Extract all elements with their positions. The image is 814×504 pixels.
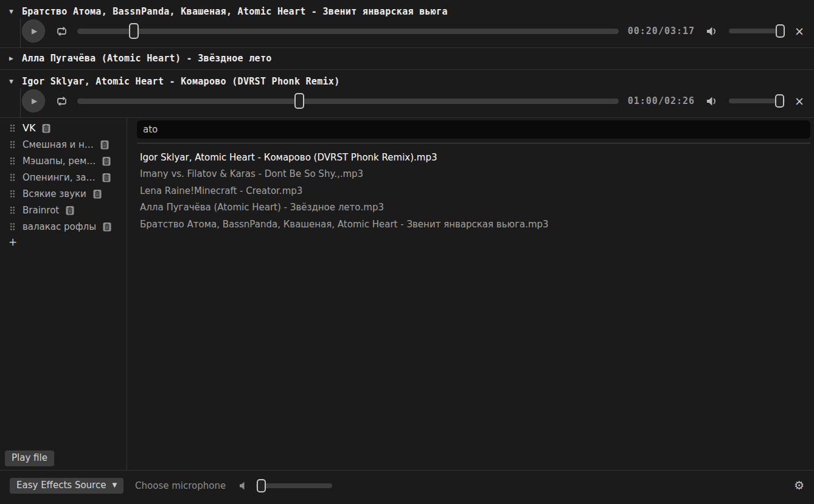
volume-slider-handle[interactable] [775, 94, 784, 108]
drag-handle-icon[interactable] [10, 124, 15, 132]
expander-open-icon[interactable]: ▼ [9, 9, 16, 15]
choose-microphone-label: Choose microphone [135, 480, 226, 491]
player-row: ▶ Алла Пугачёва (Atomic Heart) - Звёздно… [0, 48, 814, 70]
repeat-icon[interactable] [55, 95, 68, 108]
play-icon: ▶ [32, 27, 37, 35]
muted-speaker-icon[interactable] [238, 481, 248, 491]
sidebar-item-label: Brainrot [23, 205, 59, 216]
volume-slider-handle[interactable] [776, 24, 785, 38]
volume-slider[interactable] [729, 29, 785, 33]
main-region: VK Смешная и н… Мэшапы, рем… Опенинги, з… [0, 118, 814, 470]
player-row: ▼ Igor Sklyar, Atomic Heart - Комарово (… [0, 70, 814, 118]
track-title: Алла Пугачёва (Atomic Heart) - Звёздное … [22, 53, 272, 64]
player-header[interactable]: ▶ Алла Пугачёва (Atomic Heart) - Звёздно… [0, 48, 814, 69]
volume-icon[interactable] [705, 26, 718, 37]
file-item[interactable]: Lena Raine!Minecraft - Creator.mp3 [137, 182, 810, 199]
source-selector-label: Easy Effects Source [16, 480, 106, 491]
microphone-volume-handle[interactable] [257, 479, 266, 492]
play-button[interactable]: ▶ [22, 89, 45, 112]
search-bar [137, 120, 810, 143]
repeat-icon[interactable] [55, 25, 68, 38]
settings-gear-icon[interactable]: ⚙ [794, 480, 804, 491]
expander-open-icon[interactable]: ▼ [9, 78, 16, 85]
sidebar-item-label: Опенинги, за… [23, 172, 96, 183]
source-selector-dropdown[interactable]: Easy Effects Source ▼ [10, 478, 123, 494]
bottom-bar: Easy Effects Source ▼ Choose microphone … [0, 470, 814, 504]
add-playlist-button[interactable]: + [9, 237, 19, 247]
delete-playlist-icon[interactable] [100, 140, 109, 150]
player-header[interactable]: ▼ Igor Sklyar, Atomic Heart - Комарово (… [0, 70, 814, 88]
delete-playlist-icon[interactable] [102, 156, 111, 166]
drag-handle-icon[interactable] [10, 190, 15, 198]
file-item[interactable]: Братство Атома, BassnPanda, Квашеная, At… [137, 216, 810, 233]
drag-handle-icon[interactable] [10, 206, 15, 214]
play-file-button[interactable]: Play file [5, 450, 54, 466]
sidebar-item-vk[interactable]: VK [0, 120, 127, 136]
chevron-down-icon: ▼ [112, 482, 117, 488]
volume-slider[interactable] [729, 98, 785, 103]
player-controls: ▶ 00:20/03:17 × [20, 18, 814, 47]
seek-slider-handle[interactable] [294, 93, 304, 109]
delete-playlist-icon[interactable] [42, 123, 50, 133]
player-controls: ▶ 01:00/02:26 × [20, 88, 814, 117]
close-icon[interactable]: × [795, 26, 804, 37]
time-display: 00:20/03:17 [628, 26, 695, 36]
delete-playlist-icon[interactable] [66, 205, 74, 215]
volume-icon[interactable] [705, 95, 718, 107]
sidebar-item-label: VK [23, 122, 35, 134]
expander-closed-icon[interactable]: ▶ [9, 55, 16, 61]
sidebar-item-valakas[interactable]: валакас рофлы [0, 218, 127, 235]
drag-handle-icon[interactable] [10, 140, 15, 148]
player-row: ▼ Братство Атома, BassnPanda, Квашеная, … [0, 0, 814, 48]
play-button[interactable]: ▶ [22, 19, 45, 43]
drag-handle-icon[interactable] [10, 173, 15, 181]
drag-handle-icon[interactable] [10, 223, 15, 230]
sidebar-item-label: Всякие звуки [23, 188, 86, 199]
delete-playlist-icon[interactable] [103, 222, 111, 232]
file-list: Igor Sklyar, Atomic Heart - Комарово (DV… [137, 143, 810, 233]
sidebar-item-label: Смешная и н… [23, 139, 94, 150]
drag-handle-icon[interactable] [10, 157, 15, 165]
delete-playlist-icon[interactable] [93, 189, 102, 199]
sidebar-item-label: Мэшапы, рем… [23, 156, 96, 167]
player-header[interactable]: ▼ Братство Атома, BassnPanda, Квашеная, … [0, 0, 814, 18]
sidebar-item-brainrot[interactable]: Brainrot [0, 202, 127, 218]
sidebar-item-openings[interactable]: Опенинги, за… [0, 169, 127, 185]
seek-slider-handle[interactable] [129, 23, 139, 39]
sidebar-item-label: валакас рофлы [23, 221, 96, 232]
playlist-sidebar: VK Смешная и н… Мэшапы, рем… Опенинги, з… [0, 118, 127, 470]
file-panel: Igor Sklyar, Atomic Heart - Комарово (DV… [127, 118, 814, 470]
time-display: 01:00/02:26 [628, 95, 695, 106]
play-icon: ▶ [32, 97, 37, 105]
sidebar-item-sounds[interactable]: Всякие звуки [0, 185, 127, 202]
sidebar-item-smeshnaya[interactable]: Смешная и н… [0, 136, 127, 153]
file-item[interactable]: Igor Sklyar, Atomic Heart - Комарово (DV… [137, 149, 810, 166]
track-title: Братство Атома, BassnPanda, Квашеная, At… [22, 6, 448, 17]
seek-slider[interactable] [77, 98, 619, 104]
microphone-volume-slider[interactable] [256, 483, 332, 488]
seek-slider[interactable] [77, 29, 619, 34]
delete-playlist-icon[interactable] [102, 173, 111, 182]
file-item[interactable]: Алла Пугачёва (Atomic Heart) - Звёздное … [137, 199, 810, 216]
file-item[interactable]: Imany vs. Filatov & Karas - Dont Be So S… [137, 166, 810, 183]
search-input[interactable] [137, 120, 810, 139]
close-icon[interactable]: × [795, 95, 804, 107]
sidebar-item-mashups[interactable]: Мэшапы, рем… [0, 153, 127, 169]
track-title: Igor Sklyar, Atomic Heart - Комарово (DV… [22, 76, 340, 87]
